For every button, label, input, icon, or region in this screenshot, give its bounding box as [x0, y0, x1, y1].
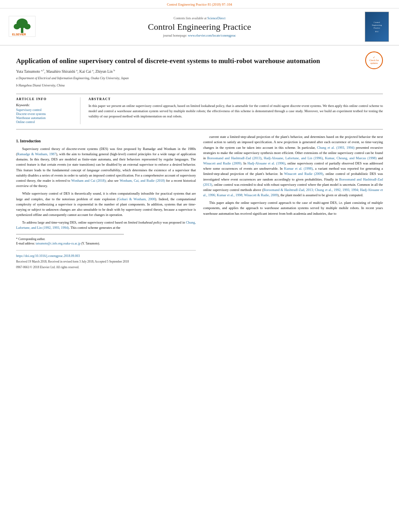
- affiliation-a: a Department of Electrical and Informati…: [16, 76, 361, 81]
- article-abstract-section: ARTICLE INFO Keywords: Supervisory contr…: [16, 97, 383, 124]
- journal-header: Control Engineering Practice 81 (2018) 9…: [0, 0, 399, 8]
- affiliation-b: b Hangzhou Dianzi University, China: [16, 83, 361, 88]
- footnote-area: * Corresponding author. E-mail address: …: [16, 237, 196, 246]
- svg-rect-1: [21, 27, 23, 33]
- abstract-col: ABSTRACT In this paper we present an onl…: [88, 97, 383, 124]
- contents-line: Contents lists available at ScienceDirec…: [40, 16, 359, 20]
- keyword-1[interactable]: Supervisory control: [16, 108, 74, 112]
- paper-title: Application of online supervisory contro…: [16, 57, 361, 66]
- main-content: Application of online supervisory contro…: [0, 45, 399, 277]
- footnote-email-link[interactable]: tatsumoto@c.info.eng.osaka-cu.ac.jp: [36, 242, 80, 245]
- col-left: 1. Introduction Supervisory control theo…: [16, 134, 196, 269]
- para-right-1: current state a limited-step-ahead proje…: [203, 134, 383, 198]
- ref-wonham-cai[interactable]: Wonham and Cai (2018): [71, 179, 105, 183]
- footnote-email: E-mail address: tatsumoto@c.info.eng.osa…: [16, 241, 196, 246]
- svg-point-4: [24, 24, 31, 29]
- italic-term-limited: limited lookahead policy: [128, 220, 162, 224]
- doi-link[interactable]: https://doi.org/10.1016/j.conengprac.201…: [16, 254, 80, 258]
- ref-winacott-2[interactable]: Winacott and Rudie (2009): [284, 172, 323, 176]
- ref-chung[interactable]: Chung, Lafortune, and Lin (1992, 1993, 1…: [16, 220, 196, 230]
- keyword-2[interactable]: Discrete-event systems: [16, 112, 74, 116]
- check-update-badge: ✓ Check for updates: [365, 51, 383, 69]
- abstract-text: In this paper we present an online super…: [88, 103, 383, 119]
- journal-title: Control Engineering Practice: [40, 22, 359, 32]
- col-right: current state a limited-step-ahead proje…: [203, 134, 383, 269]
- ref-common[interactable]: Boroomand & Hashtrudl-Zad, 2013; Chung e…: [203, 188, 383, 197]
- ref-boroomand[interactable]: Boroomand and Hashtrudl-Zad (2013): [207, 156, 261, 160]
- footnote-corresponding: * Corresponding author.: [16, 237, 196, 242]
- ref-kumar-2[interactable]: Kumar et al. (1998): [284, 166, 313, 170]
- homepage-url[interactable]: www.elsevier.com/locate/conengprac: [188, 34, 236, 37]
- received-line: Received 19 March 2018; Received in revi…: [16, 259, 196, 264]
- journal-cover-box: Control Engineering Practice IFAC: [365, 12, 389, 42]
- doi-section: https://doi.org/10.1016/j.conengprac.201…: [16, 250, 196, 259]
- article-info-heading: ARTICLE INFO: [16, 97, 74, 101]
- copyright-line: 0967-0661/© 2018 Elsevier Ltd. All right…: [16, 265, 196, 270]
- divider-1: [16, 94, 383, 94]
- svg-text:ELSEVIER: ELSEVIER: [12, 33, 26, 36]
- journal-header-text: Control Engineering Practice 81 (2018) 9…: [167, 2, 232, 6]
- elsevier-logo: ELSEVIER: [8, 15, 36, 38]
- body-divider: [16, 129, 383, 129]
- ref-ramadge[interactable]: Ramadge & Wonham, 1987: [17, 152, 56, 156]
- check-badge-area: ✓ Check for updates: [365, 51, 383, 69]
- ref-boroomand-2[interactable]: Boroomand and Hashtrudl-Zad (2013): [203, 177, 383, 187]
- top-banner: ELSEVIER Contents lists available at Sci…: [0, 8, 399, 45]
- article-info: ARTICLE INFO Keywords: Supervisory contr…: [16, 97, 80, 124]
- keyword-3[interactable]: Warehouse automation: [16, 116, 74, 120]
- ref-wonham-cai-rudie[interactable]: Wonham, Cai, and Rudie (2018): [119, 179, 165, 183]
- sciencedirect-link[interactable]: ScienceDirect: [208, 16, 226, 20]
- ref-hadj-2[interactable]: Hadj-Alouane et al. (1996): [247, 161, 285, 165]
- ref-kumar[interactable]: Kumar, Cheung, and Marcus (1998): [325, 156, 376, 160]
- ref-winacott[interactable]: Winacott and Rudie (2009): [203, 161, 241, 165]
- para-2: While supervisory control of DES is theo…: [16, 191, 196, 218]
- italic-term-controllability: language controllability: [87, 168, 120, 172]
- ref-hadj[interactable]: Hadj-Alouane, Lafortune, and Lin (1996): [264, 156, 323, 160]
- ref-chung-1993[interactable]: Chung et al. (1993, 1994): [317, 146, 354, 150]
- keyword-4[interactable]: Online control: [16, 120, 74, 124]
- ref-gohari[interactable]: Gohari & Wonham, 2000: [118, 197, 155, 201]
- authors-line: Yuta Tatsumoto a,*, Masahiro Shiraishi a…: [16, 69, 361, 74]
- para-3: To address large and time-varying DES, o…: [16, 220, 196, 230]
- journal-cover: Control Engineering Practice IFAC: [363, 12, 391, 42]
- section-1-title: 1. Introduction: [16, 138, 196, 144]
- para-right-2: This paper adapts the online supervisory…: [203, 200, 383, 216]
- banner-center: Contents lists available at ScienceDirec…: [40, 16, 359, 37]
- title-row: Application of online supervisory contro…: [16, 49, 383, 90]
- para-1: Supervisory control theory of discrete-e…: [16, 146, 196, 189]
- title-text-area: Application of online supervisory contro…: [16, 49, 361, 90]
- footnote-divider: [16, 234, 124, 234]
- abstract-heading: ABSTRACT: [88, 97, 383, 101]
- keywords-label: Keywords:: [16, 103, 74, 107]
- two-col-body: 1. Introduction Supervisory control theo…: [16, 134, 383, 269]
- svg-point-3: [14, 24, 20, 29]
- journal-homepage: journal homepage: www.elsevier.com/locat…: [40, 34, 359, 37]
